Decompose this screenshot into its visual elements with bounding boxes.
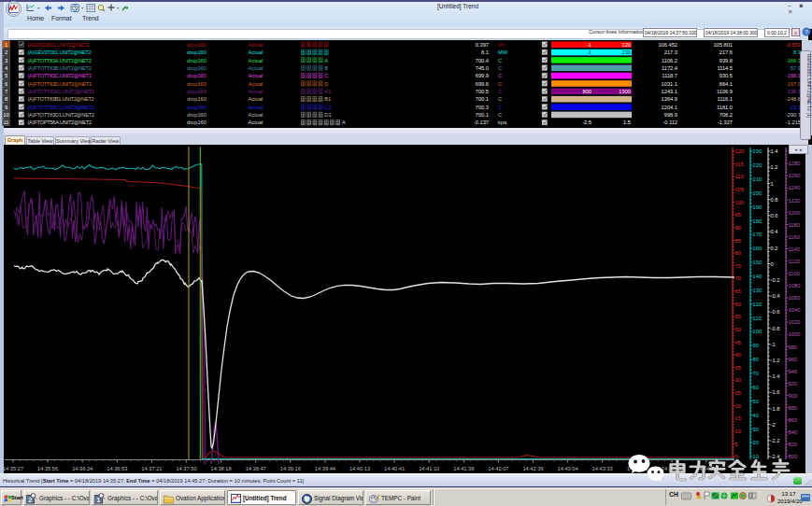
svg-text:217.6: 217.6 — [719, 49, 733, 55]
svg-text:Actual: Actual — [249, 73, 264, 78]
svg-text:-248.8: -248.8 — [786, 96, 801, 102]
svg-text:25: 25 — [735, 390, 741, 396]
svg-text:70: 70 — [753, 371, 759, 376]
svg-text:220: 220 — [753, 162, 762, 168]
svg-text:14:39:16: 14:39:16 — [280, 466, 301, 471]
svg-text:170: 170 — [753, 232, 762, 237]
svg-text:(A)FTOTT83D1.UNIT2@NET2: (A)FTOTT83D1.UNIT2@NET2 — [28, 112, 94, 118]
svg-text:Actual: Actual — [249, 112, 264, 118]
svg-text:MW: MW — [498, 49, 508, 55]
svg-text:drop160: drop160 — [187, 73, 207, 78]
svg-text:(A)FTOPT56A.UNIT2@NET2: (A)FTOPT56A.UNIT2@NET2 — [28, 119, 93, 125]
svg-text:A1: A1 — [324, 89, 331, 94]
svg-text:0.2: 0.2 — [771, 246, 778, 251]
svg-text:7: 7 — [5, 89, 7, 94]
svg-text:960: 960 — [789, 357, 798, 362]
svg-text:1106.2: 1106.2 — [662, 58, 677, 63]
svg-text:(A)FTOTT83B.UNIT2@NET2: (A)FTOTT83B.UNIT2@NET2 — [28, 65, 92, 71]
svg-text:700.4: 700.4 — [476, 58, 489, 63]
svg-text:3: 3 — [5, 58, 7, 63]
svg-text:C: C — [498, 65, 502, 71]
svg-text:1.2: 1.2 — [771, 164, 778, 170]
svg-text:5: 5 — [735, 442, 738, 447]
svg-text:140: 140 — [753, 274, 762, 279]
svg-text:-1: -1 — [587, 42, 591, 48]
svg-text:60: 60 — [753, 385, 759, 390]
svg-text:1116.1: 1116.1 — [717, 96, 733, 102]
svg-text:939.8: 939.8 — [719, 58, 733, 63]
svg-text:14:37:21: 14:37:21 — [141, 466, 162, 471]
svg-text:03A02601.UNIT2@NET2 [1]: 03A02601.UNIT2@NET2 [1] — [806, 54, 812, 119]
svg-text:105.801: 105.801 — [713, 42, 733, 48]
svg-text:1: 1 — [5, 42, 7, 48]
svg-text:10: 10 — [3, 112, 8, 118]
svg-text:(A)GEV3T001.UNIT2@NET2: (A)GEV3T001.UNIT2@NET2 — [28, 49, 92, 55]
svg-text:-167.0: -167.0 — [786, 81, 801, 87]
svg-text:6: 6 — [5, 81, 7, 87]
svg-text:14:39:44: 14:39:44 — [315, 466, 335, 471]
svg-text:1364.9: 1364.9 — [662, 96, 677, 102]
svg-text:85: 85 — [735, 238, 741, 244]
svg-text:2: 2 — [5, 49, 7, 55]
svg-text:90: 90 — [735, 225, 741, 231]
svg-text:-0.651: -0.651 — [786, 42, 801, 48]
svg-text:A: A — [324, 58, 328, 63]
svg-text:drop160: drop160 — [187, 49, 207, 55]
svg-text:110: 110 — [735, 174, 744, 179]
svg-text:120: 120 — [622, 42, 632, 48]
svg-text:C: C — [498, 96, 502, 102]
svg-text:1280: 1280 — [789, 161, 801, 166]
svg-text:110: 110 — [753, 316, 762, 321]
svg-text:1260: 1260 — [789, 173, 801, 178]
svg-text:-1: -1 — [587, 49, 591, 55]
svg-text:(A)FTOTT83C1.UNIT2@NET2: (A)FTOTT83C1.UNIT2@NET2 — [28, 105, 94, 110]
svg-text:75: 75 — [735, 263, 741, 269]
svg-text:1118.7: 1118.7 — [662, 73, 677, 78]
svg-text:D1: D1 — [324, 112, 331, 118]
svg-text:8.1: 8.1 — [481, 49, 489, 55]
svg-text:1200: 1200 — [789, 210, 801, 216]
svg-text:Actual: Actual — [249, 96, 264, 102]
svg-text:1220: 1220 — [789, 198, 801, 204]
svg-text:1040: 1040 — [789, 307, 801, 313]
svg-text:40: 40 — [735, 352, 741, 358]
svg-text:14:38:18: 14:38:18 — [211, 466, 232, 471]
svg-text:Actual: Actual — [249, 119, 264, 125]
svg-text:900: 900 — [789, 393, 798, 399]
svg-text:C: C — [498, 89, 502, 94]
svg-text:drop160: drop160 — [187, 119, 207, 125]
svg-text:1240: 1240 — [789, 185, 801, 190]
svg-text:130: 130 — [753, 288, 762, 293]
svg-text:C: C — [498, 81, 502, 87]
svg-text:230: 230 — [753, 148, 762, 154]
svg-text:5: 5 — [5, 73, 7, 78]
svg-text:14:43:04: 14:43:04 — [558, 466, 578, 471]
svg-text:1: 1 — [771, 181, 774, 187]
svg-text:700.5: 700.5 — [476, 89, 489, 94]
svg-text:11: 11 — [3, 119, 8, 125]
svg-text:1181.0: 1181.0 — [717, 105, 733, 110]
svg-text:998.9: 998.9 — [664, 112, 677, 118]
svg-text:1000: 1000 — [789, 331, 801, 337]
svg-text:-290.7: -290.7 — [786, 112, 801, 118]
svg-text:-1.327: -1.327 — [718, 119, 733, 125]
svg-text:20: 20 — [735, 403, 741, 409]
svg-text:-0.6: -0.6 — [771, 309, 780, 315]
svg-text:1106.9: 1106.9 — [717, 89, 733, 94]
svg-text:50: 50 — [735, 327, 741, 332]
svg-text:160: 160 — [753, 246, 762, 251]
svg-text:-188.1: -188.1 — [786, 73, 801, 78]
svg-text:1140: 1140 — [789, 246, 800, 252]
svg-text:14:41:38: 14:41:38 — [453, 466, 474, 471]
svg-text:60: 60 — [735, 302, 741, 307]
svg-text:90: 90 — [753, 343, 759, 348]
svg-text:180: 180 — [753, 218, 762, 224]
svg-text:-0.4: -0.4 — [771, 293, 781, 299]
svg-text:Actual: Actual — [249, 65, 264, 71]
svg-text:kpa: kpa — [498, 119, 507, 125]
svg-text:700.3: 700.3 — [476, 105, 489, 110]
svg-text:(A)FTOTT83C.UNIT2@NET2: (A)FTOTT83C.UNIT2@NET2 — [28, 73, 93, 78]
svg-text:0.8: 0.8 — [771, 197, 778, 203]
svg-text:14:41:10: 14:41:10 — [419, 466, 439, 471]
svg-text:C: C — [324, 73, 328, 78]
